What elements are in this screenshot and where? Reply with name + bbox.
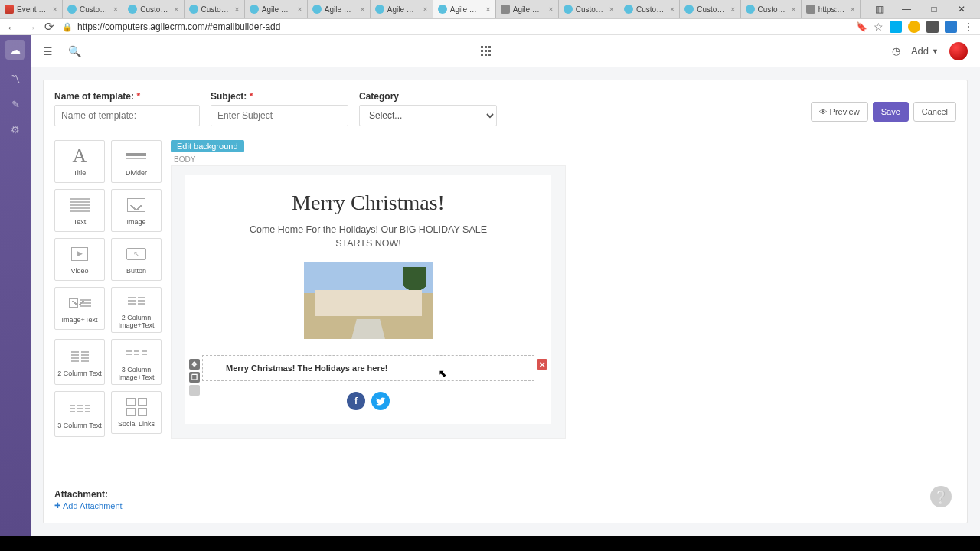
browser-tab[interactable]: Customer× — [185, 0, 245, 18]
palette-item-title[interactable]: ATitle — [54, 140, 105, 183]
email-text-block-selected[interactable]: ✥ ❐ Merry Christmas! The Holidays are he… — [202, 355, 534, 381]
tab-close-icon[interactable]: × — [53, 5, 57, 14]
subject-input[interactable] — [211, 105, 348, 126]
preview-button[interactable]: 👁Preview — [811, 102, 868, 122]
browser-tab[interactable]: Agile CRM× — [433, 0, 496, 18]
facebook-icon[interactable]: f — [347, 392, 365, 410]
browser-forward-icon[interactable]: → — [25, 21, 37, 34]
tab-close-icon[interactable]: × — [113, 5, 118, 14]
tab-favicon-icon — [746, 5, 755, 14]
edit-background-button[interactable]: Edit background — [171, 140, 244, 152]
tab-close-icon[interactable]: × — [234, 5, 239, 14]
palette-item-image-text[interactable]: Image+Text — [54, 287, 105, 330]
rail-settings-icon[interactable]: ⚙ — [11, 124, 20, 135]
tab-close-icon[interactable]: × — [730, 5, 735, 14]
window-layout-icon[interactable]: ▥ — [868, 4, 890, 15]
help-fab-icon[interactable]: ❔ — [930, 486, 952, 507]
toggle-sidebar-icon[interactable]: ☰ — [43, 45, 53, 57]
email-subtitle-block[interactable]: Come Home For the Holidays! Our BIG HOLI… — [230, 223, 506, 250]
app-logo-icon[interactable]: ☁ — [5, 40, 25, 60]
email-title-block[interactable]: Merry Christmas! — [207, 191, 530, 215]
category-select[interactable]: Select... — [359, 105, 497, 126]
browser-tab[interactable]: Customer× — [741, 0, 802, 18]
browser-reload-icon[interactable]: ⟳ — [44, 20, 54, 34]
tab-close-icon[interactable]: × — [297, 5, 302, 14]
twitter-icon[interactable] — [371, 392, 390, 410]
tab-label: Customer — [80, 5, 109, 14]
save-button[interactable]: Save — [873, 102, 909, 122]
browser-back-icon[interactable]: ← — [6, 21, 18, 34]
add-button[interactable]: Add ▼ — [911, 45, 939, 57]
block-extra-handle[interactable] — [189, 385, 200, 396]
ext-skype-icon[interactable] — [890, 21, 902, 33]
tab-close-icon[interactable]: × — [851, 5, 855, 14]
palette-item-icon — [128, 291, 145, 311]
block-move-handle[interactable]: ✥ — [189, 359, 200, 370]
browser-tab[interactable]: Customer× — [680, 0, 740, 18]
apps-grid-icon[interactable] — [481, 46, 492, 57]
email-image-block[interactable] — [304, 262, 433, 339]
user-avatar[interactable] — [949, 42, 968, 60]
browser-tab[interactable]: Customer× — [123, 0, 184, 18]
rail-campaign-icon[interactable]: ✎ — [11, 99, 20, 110]
email-divider-block[interactable] — [239, 350, 498, 350]
palette-item-3-column-image-text[interactable]: 3 Column Image+Text — [111, 339, 162, 385]
palette-item-icon: A — [73, 146, 87, 166]
ext-generic-icon[interactable] — [926, 21, 939, 33]
tab-favicon-icon — [5, 5, 14, 14]
palette-item-2-column-text[interactable]: 2 Column Text — [54, 339, 105, 385]
browser-tab[interactable]: Customer× — [63, 0, 123, 18]
palette-item-label: Image — [126, 218, 145, 226]
block-delete-button[interactable]: ✕ — [537, 359, 547, 370]
star-icon[interactable]: ☆ — [874, 21, 884, 33]
palette-item-label: Image+Text — [62, 316, 98, 324]
palette-item-social-links[interactable]: Social Links — [111, 391, 162, 434]
palette-item-button[interactable]: ↖Button — [111, 238, 162, 281]
clock-icon[interactable]: ◷ — [892, 45, 900, 57]
browser-tab[interactable]: Agile CRM× — [308, 0, 371, 18]
window-close-icon[interactable]: ✕ — [951, 4, 972, 15]
window-minimize-icon[interactable]: — — [896, 4, 917, 15]
bookmark-tag-icon[interactable]: 🔖 — [856, 21, 867, 32]
cancel-button[interactable]: Cancel — [913, 102, 956, 122]
email-social-block[interactable]: f — [207, 392, 530, 410]
palette-item-text[interactable]: Text — [54, 189, 105, 232]
browser-tab[interactable]: Agile CRM× — [245, 0, 308, 18]
tab-close-icon[interactable]: × — [670, 5, 675, 14]
browser-tab[interactable]: Event Rem× — [0, 0, 63, 18]
browser-menu-icon[interactable]: ⋮ — [963, 21, 974, 33]
palette-item-video[interactable]: ▶Video — [54, 238, 105, 281]
plus-icon: ✚ — [54, 501, 60, 510]
block-duplicate-handle[interactable]: ❐ — [189, 372, 200, 383]
palette-item-2-column-image-text[interactable]: 2 Column Image+Text — [111, 287, 162, 333]
tab-close-icon[interactable]: × — [609, 5, 614, 14]
browser-tab[interactable]: https://ou× — [802, 0, 861, 18]
palette-item-3-column-text[interactable]: 3 Column Text — [54, 391, 105, 437]
tab-label: https://ou — [818, 5, 846, 14]
widget-palette: ATitleDividerTextImage▶Video↖ButtonImage… — [54, 140, 162, 439]
ext-agile-icon[interactable] — [945, 21, 957, 33]
email-body[interactable]: Merry Christmas! Come Home For the Holid… — [185, 175, 551, 424]
browser-tab[interactable]: Customer× — [559, 0, 619, 18]
browser-tab[interactable]: Customer× — [619, 0, 680, 18]
palette-item-icon — [126, 343, 147, 363]
tab-close-icon[interactable]: × — [423, 5, 427, 14]
add-attachment-link[interactable]: ✚ Add Attachment — [54, 501, 122, 510]
email-canvas[interactable]: Merry Christmas! Come Home For the Holid… — [171, 165, 566, 439]
ext-help-icon[interactable] — [908, 21, 920, 33]
tab-close-icon[interactable]: × — [791, 5, 795, 14]
rail-analytics-icon[interactable]: 〽 — [11, 73, 21, 85]
search-icon[interactable]: 🔍 — [68, 45, 81, 57]
window-maximize-icon[interactable]: □ — [923, 4, 945, 15]
palette-item-divider[interactable]: Divider — [111, 140, 162, 183]
tab-close-icon[interactable]: × — [174, 5, 178, 14]
palette-item-image[interactable]: Image — [111, 189, 162, 232]
browser-tab[interactable]: Agile CRM× — [371, 0, 433, 18]
template-name-input[interactable] — [54, 105, 200, 126]
browser-url-field[interactable]: 🔒 https://computers.agilecrm.com/#emailb… — [62, 21, 848, 32]
browser-tab[interactable]: Agile CRM× — [496, 0, 559, 18]
tab-close-icon[interactable]: × — [548, 5, 553, 14]
tab-close-icon[interactable]: × — [485, 5, 490, 14]
tab-close-icon[interactable]: × — [360, 5, 364, 14]
email-text-content[interactable]: Merry Christmas! The Holidays are here! — [226, 364, 388, 373]
